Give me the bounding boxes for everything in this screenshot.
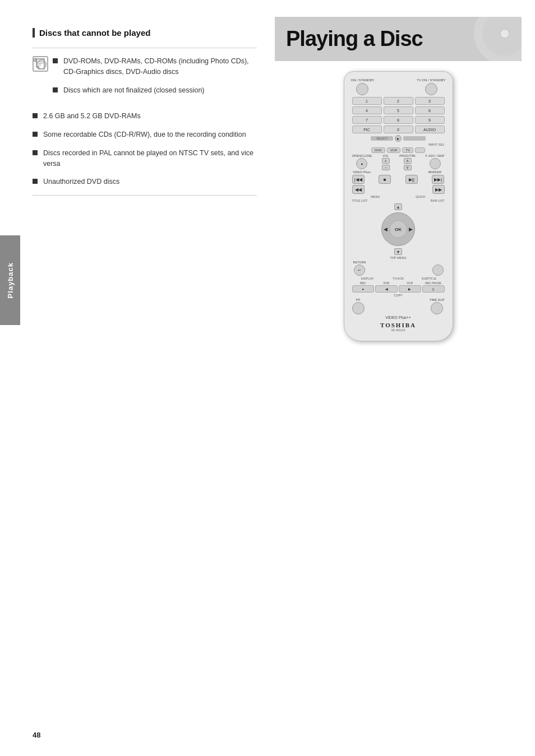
num-btn-3[interactable]: 3 [415,97,445,105]
vol-up-button[interactable]: + [382,158,390,164]
number-grid: 1 2 3 4 5 6 7 8 9 PIC 0 AUDIO [352,97,445,133]
return-label: RETURN [353,261,366,264]
open-close-button[interactable]: ▲ [356,158,367,169]
prog-trk-label: PROG/TRK [399,154,416,157]
prog-cluster: ∧ ∨ [404,158,412,170]
note-row: DVD-ROMs, DVD-RAMs, CD-ROMs (including P… [33,56,257,103]
return-row: RETURN ↩ [352,261,445,276]
list-item: Discs recorded in PAL cannot be played o… [33,148,257,169]
vcr-play-button[interactable]: ▶ [399,285,421,293]
remote-control: ON / STANDBY TV ON / STANDBY 1 2 3 4 5 6… [344,71,453,341]
rec-pause-button[interactable]: || [422,285,445,293]
quick-label: QUICK [416,195,425,198]
top-menu-label: TOP MENU [352,256,445,259]
section-heading: Discs that cannot be played [33,28,257,38]
bullet-square [53,58,58,63]
note-icon [33,56,48,72]
nav-right-button[interactable]: ▶ [409,226,413,232]
main-bullet-list: 2.6 GB and 5.2 GB DVD-RAMs Some recordab… [33,111,257,187]
vcr-mode-button[interactable]: VCR [387,147,401,153]
unknown-button[interactable] [432,265,444,276]
dvd-mode-button[interactable]: DVD [371,147,385,153]
dvd-play-button[interactable]: ◀ [375,285,398,293]
rec-row: REC ● DVD ◀ VCR ▶ REC PAUSE || [352,281,445,293]
rewind-button[interactable]: ◀◀ [352,185,365,194]
play-pause-button[interactable]: ▶|| [405,175,418,184]
sidebar: Playback [0,0,21,756]
rec-button-wrap: REC ● [352,281,375,293]
fast-forward-button[interactable]: ▶▶ [432,185,445,194]
list-item: 2.6 GB and 5.2 GB DVD-RAMs [33,111,257,122]
num-btn-1[interactable]: 1 [352,97,382,105]
on-standby-button[interactable] [356,83,368,95]
pp-timeslip-row: PP TIME SLIP [352,298,445,314]
tv-vcr-label: TV/VCR [383,277,414,280]
copy-label: COPY [352,294,445,297]
title-list-label: TITLE LIST [352,199,399,202]
pp-label: PP [356,298,360,302]
select-row: SELECT ► [352,135,445,142]
num-btn-8[interactable]: 8 [384,116,413,124]
num-btn-2[interactable]: 2 [384,97,413,105]
prog-up-button[interactable]: ∧ [404,158,412,164]
num-btn-6[interactable]: 6 [415,106,445,114]
select-bar-left: SELECT [371,136,393,141]
num-btn-5[interactable]: 5 [384,106,413,114]
return-button[interactable]: ↩ [354,265,365,276]
menu-quick-row: MENU QUICK [352,195,445,198]
next-chapter-button[interactable]: ▶▶| [432,175,444,184]
rec-button[interactable]: ● [352,285,375,293]
vcr-play-label: VCR [407,281,413,285]
rec-label: REC [360,281,366,285]
select-label: SELECT [376,137,387,140]
ok-button[interactable]: OK [389,220,407,238]
bullet-square [33,132,38,137]
nav-down-button[interactable]: ▼ [394,248,402,255]
prev-chapter-button[interactable]: |◀◀ [352,175,365,184]
f-adv-skip-button[interactable] [430,158,441,169]
page-title: Playing a Disc [286,27,510,51]
list-item: Some recordable CDs (CD-R/RW), due to th… [33,129,257,140]
vol-down-button[interactable]: − [382,165,390,170]
tv-mode-button[interactable]: TV [402,147,413,153]
bullet-square [33,150,38,155]
list-item: Unauthorized DVD discs [33,177,257,187]
section-title: Discs that cannot be played [39,28,150,38]
nav-cluster: ▲ ◀ OK ▶ ▼ [379,203,418,255]
nav-left-button[interactable]: ◀ [384,226,388,232]
list-item: Discs which are not finalized (closed se… [53,85,257,96]
display-label: DISPLAY [352,277,383,280]
stop-button[interactable]: ■ [379,175,391,184]
select-arrow[interactable]: ► [395,135,402,142]
num-btn-9[interactable]: 9 [415,116,445,124]
toshiba-logo: TOSHIBA [350,322,447,328]
bullet-square [33,113,38,118]
transport-row-2: ◀◀ ▶▶ [352,185,445,194]
pp-button[interactable] [352,302,365,314]
tv-standby-button[interactable] [425,83,437,95]
mode-buttons: DVD VCR TV [352,147,445,153]
vcr-play-wrap: VCR ▶ [399,281,421,293]
time-slip-label: TIME SLIP [430,298,445,302]
nav-up-button[interactable]: ▲ [394,203,402,210]
dvd-play-label: DVD [384,281,390,285]
remote-container: ON / STANDBY TV ON / STANDBY 1 2 3 4 5 6… [275,71,522,341]
menu-label: MENU [371,195,380,198]
display-labels-row: DISPLAY TV/VCR SUBTITLE [352,277,445,280]
num-btn-4[interactable]: 4 [352,106,382,114]
left-column: Discs that cannot be played DVD-ROMs, DV… [33,28,257,196]
bullet-list: DVD-ROMs, DVD-RAMs, CD-ROMs (including P… [53,56,257,103]
dvd-play-wrap: DVD ◀ [375,281,398,293]
time-slip-button[interactable] [431,302,443,314]
subtitle-label: SUBTITLE [414,277,445,280]
select-bar-right [403,136,426,141]
num-btn-7[interactable]: 7 [352,116,382,124]
rec-pause-label: REC PAUSE [425,281,441,285]
num-btn-0[interactable]: 0 [384,126,413,133]
list-item: DVD-ROMs, DVD-RAMs, CD-ROMs (including P… [53,56,257,77]
num-btn-audio[interactable]: AUDIO [415,126,445,133]
tv-standby-label: TV ON / STANDBY [417,78,445,82]
blank-mode-button[interactable] [415,147,425,153]
prog-down-button[interactable]: ∨ [404,165,412,170]
num-btn-pic[interactable]: PIC [352,126,382,133]
